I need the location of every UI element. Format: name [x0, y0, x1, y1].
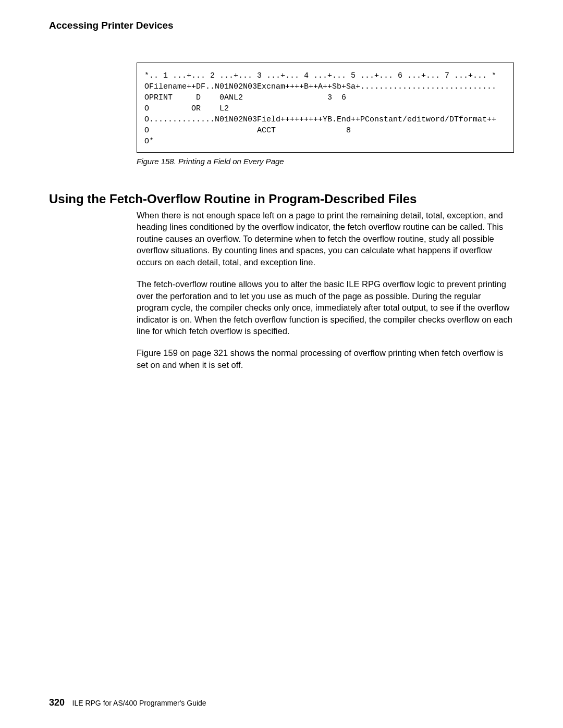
page-number: 320 — [49, 697, 65, 708]
section-heading: Using the Fetch-Overflow Routine in Prog… — [49, 192, 514, 206]
page-footer: 320 ILE RPG for AS/400 Programmer's Guid… — [49, 697, 206, 708]
page-section-header: Accessing Printer Devices — [49, 20, 514, 31]
code-listing: *.. 1 ...+... 2 ...+... 3 ...+... 4 ...+… — [137, 63, 514, 153]
paragraph-2: The fetch-overflow routine allows you to… — [137, 278, 514, 337]
figure-caption: Figure 158. Printing a Field on Every Pa… — [137, 157, 514, 166]
figure-wrapper: *.. 1 ...+... 2 ...+... 3 ...+... 4 ...+… — [137, 63, 514, 166]
footer-book-title: ILE RPG for AS/400 Programmer's Guide — [72, 699, 206, 707]
paragraph-1: When there is not enough space left on a… — [137, 209, 514, 268]
paragraph-3: Figure 159 on page 321 shows the normal … — [137, 347, 514, 371]
body-text: When there is not enough space left on a… — [137, 209, 514, 371]
